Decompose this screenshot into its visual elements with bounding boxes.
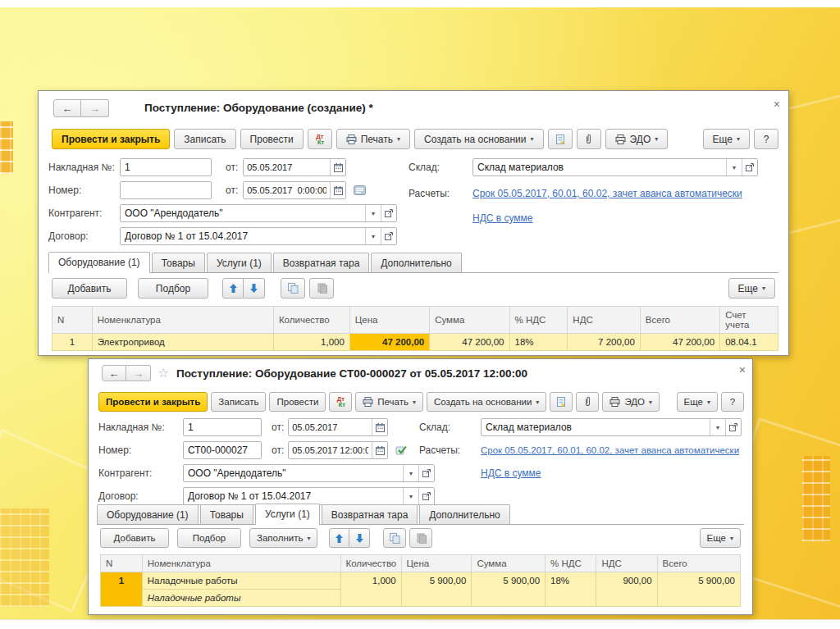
number-input[interactable] (120, 181, 212, 199)
tab-equipment[interactable]: Оборудование (1) (97, 504, 199, 524)
fill-button[interactable]: Заполнить ▾ (249, 528, 317, 548)
contract-combo[interactable]: Договор № 1 от 15.04.2017 ▾ (183, 487, 435, 505)
more-button[interactable]: Еще ▾ (677, 392, 718, 412)
open-item-icon[interactable] (418, 465, 434, 481)
document-datetime-input[interactable] (244, 182, 330, 198)
calendar-icon[interactable] (330, 159, 345, 175)
invoice-date-input[interactable] (244, 159, 330, 175)
pick-button[interactable]: Подбор (177, 528, 241, 548)
cell-vat-rate[interactable]: 18% (546, 572, 596, 607)
create-based-on-button[interactable]: Создать на основании ▾ (427, 392, 546, 412)
back-button[interactable]: ← (102, 365, 126, 381)
col-total[interactable]: Всего (657, 555, 740, 572)
invoice-number-input[interactable] (120, 158, 212, 176)
tab-returnable-packaging[interactable]: Возвратная тара (273, 253, 370, 272)
chevron-down-icon[interactable]: ▾ (403, 465, 418, 481)
col-quantity[interactable]: Количество (340, 555, 401, 572)
cell-price-selected[interactable]: 47 200,00 (349, 334, 429, 351)
col-amount[interactable]: Сумма (472, 555, 546, 572)
cell-total[interactable]: 5 900,00 (657, 572, 740, 607)
cell-vat-rate[interactable]: 18% (509, 334, 568, 351)
tab-returnable-packaging[interactable]: Возвратная тара (322, 504, 418, 524)
close-icon[interactable]: × (774, 98, 780, 110)
cell-price[interactable]: 5 900,00 (401, 572, 472, 607)
table-row[interactable]: 1 Наладочные работы 1,000 5 900,00 5 900… (101, 572, 741, 590)
add-row-button[interactable]: Добавить (100, 528, 169, 548)
move-up-button[interactable] (222, 278, 244, 299)
add-row-button[interactable]: Добавить (52, 278, 127, 299)
document-datetime-input[interactable] (289, 442, 372, 458)
calendar-icon[interactable] (330, 182, 345, 198)
col-price[interactable]: Цена (401, 555, 472, 572)
warehouse-combo[interactable]: Склад материалов ▾ (472, 158, 758, 176)
cell-quantity[interactable]: 1,000 (273, 334, 349, 351)
table-row[interactable]: 1 Электропривод 1,000 47 200,00 47 200,0… (52, 334, 778, 351)
save-button[interactable]: Записать (174, 129, 235, 149)
tab-goods[interactable]: Товары (152, 253, 205, 272)
edo-button[interactable]: ЭДО ▾ (605, 129, 669, 149)
settlements-link[interactable]: Срок 05.05.2017, 60.01, 60.02, зачет ава… (472, 188, 742, 199)
copy-button[interactable] (383, 528, 406, 548)
invoice-number-input[interactable] (183, 418, 262, 436)
paste-button[interactable] (309, 278, 334, 299)
tab-services[interactable]: Услуги (1) (207, 253, 272, 272)
help-button[interactable]: ? (721, 392, 744, 412)
open-item-icon[interactable] (381, 205, 396, 221)
post-and-close-button[interactable]: Провести и закрыть (98, 392, 208, 412)
pick-button[interactable]: Подбор (138, 278, 208, 299)
document-register-button[interactable] (550, 392, 573, 412)
calendar-icon[interactable] (372, 419, 387, 435)
col-n[interactable]: N (101, 555, 143, 572)
attachments-button[interactable] (577, 129, 601, 149)
cell-amount[interactable]: 5 900,00 (472, 572, 546, 607)
col-nomenclature[interactable]: Номенклатура (92, 307, 273, 334)
cell-vat[interactable]: 7 200,00 (568, 334, 641, 351)
number-settings-icon[interactable] (354, 185, 366, 195)
col-vat[interactable]: НДС (568, 307, 641, 334)
vat-in-total-link[interactable]: НДС в сумме (481, 467, 541, 479)
number-input[interactable] (183, 441, 262, 459)
tab-goods[interactable]: Товары (200, 504, 253, 524)
print-button[interactable]: Печать ▾ (336, 129, 410, 149)
cell-vat[interactable]: 900,00 (596, 572, 657, 607)
dt-kt-postings-button[interactable]: ДтКт (308, 129, 332, 149)
cell-service-content[interactable]: Наладочные работы (142, 590, 340, 607)
contract-combo[interactable]: Договор № 1 от 15.04.2017 ▾ (120, 227, 397, 245)
edo-button[interactable]: ЭДО ▾ (602, 392, 660, 412)
col-vat-rate[interactable]: % НДС (546, 555, 596, 572)
tab-equipment[interactable]: Оборудование (1) (48, 252, 150, 273)
create-based-on-button[interactable]: Создать на основании ▾ (414, 129, 544, 149)
save-button[interactable]: Записать (211, 392, 266, 412)
favorite-star-icon[interactable]: ☆ (158, 367, 169, 380)
calendar-icon[interactable] (372, 442, 387, 458)
move-down-button[interactable] (244, 278, 265, 299)
col-n[interactable]: N (52, 307, 93, 334)
chevron-down-icon[interactable]: ▾ (726, 159, 742, 175)
settlements-link[interactable]: Срок 05.05.2017, 60.01, 60.02, зачет ава… (481, 445, 739, 455)
cell-account[interactable]: 08.04.1 (720, 334, 778, 351)
col-vat-rate[interactable]: % НДС (509, 307, 568, 334)
cell-amount[interactable]: 47 200,00 (430, 334, 509, 351)
warehouse-combo[interactable]: Склад материалов ▾ (481, 418, 742, 436)
cell-quantity[interactable]: 1,000 (340, 572, 401, 607)
open-item-icon[interactable] (418, 488, 434, 504)
move-down-button[interactable] (349, 528, 370, 548)
copy-button[interactable] (281, 278, 305, 299)
forward-button[interactable]: → (81, 99, 109, 117)
cell-total[interactable]: 47 200,00 (640, 334, 719, 351)
col-amount[interactable]: Сумма (430, 307, 509, 334)
open-item-icon[interactable] (381, 228, 396, 244)
back-button[interactable]: ← (53, 99, 81, 117)
contractor-combo[interactable]: ООО "Арендодатель" ▾ (183, 464, 435, 482)
col-total[interactable]: Всего (640, 307, 719, 334)
table-more-button[interactable]: Еще ▾ (728, 278, 775, 299)
attachments-button[interactable] (576, 392, 599, 412)
col-account[interactable]: Счет учета (720, 307, 778, 334)
print-button[interactable]: Печать ▾ (355, 392, 423, 412)
open-item-icon[interactable] (725, 419, 741, 435)
col-nomenclature[interactable]: Номенклатура (142, 555, 340, 572)
tab-services[interactable]: Услуги (1) (255, 504, 320, 525)
chevron-down-icon[interactable]: ▾ (365, 228, 381, 244)
post-and-close-button[interactable]: Провести и закрыть (52, 129, 170, 149)
col-quantity[interactable]: Количество (273, 307, 349, 334)
